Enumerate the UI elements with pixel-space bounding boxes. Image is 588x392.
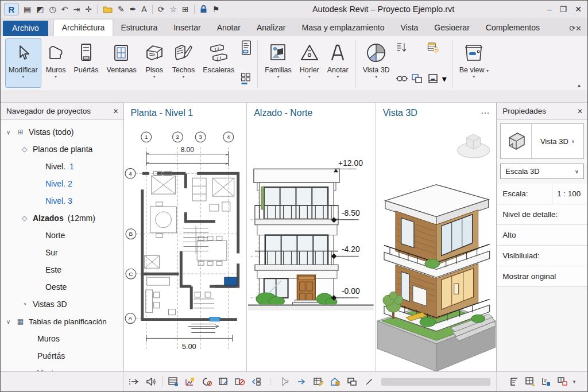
expander-icon[interactable]: ◇ — [20, 145, 29, 153]
collaboration-cloud-icon[interactable]: ⟳✕ — [564, 24, 586, 36]
property-row-escala[interactable]: Escala: 1 : 100 — [497, 184, 587, 204]
property-row-mostrar[interactable]: Mostrar original — [497, 266, 587, 287]
property-row-visibility[interactable]: Visibilulad: — [497, 246, 587, 266]
doors-button[interactable]: Puértás — [70, 38, 102, 88]
tab-anotar[interactable]: Anotar — [209, 20, 249, 36]
dropdown-caret[interactable]: ▾ — [573, 379, 576, 385]
sheet-icon[interactable] — [427, 73, 439, 84]
tree-item-ventanas[interactable]: Ventanas — [1, 364, 123, 371]
viewport-plan[interactable]: Planta - Nivel 1 1 2 3 — [124, 103, 247, 371]
table-add-icon[interactable] — [427, 42, 439, 53]
text-icon[interactable]: A — [141, 5, 146, 13]
flag-icon[interactable]: ⚑ — [212, 5, 220, 13]
editable-schedule-icon[interactable] — [313, 376, 324, 387]
redo-icon[interactable]: ⇥ — [73, 5, 80, 13]
tab-gestionar[interactable]: Gesioerar — [426, 20, 477, 36]
status-progress-field[interactable] — [381, 378, 490, 386]
tree-item-nivel-1[interactable]: Nivel. 1 — [1, 158, 123, 175]
stairs-button[interactable]: Escaleras — [199, 38, 238, 88]
tree-item-nivel-2[interactable]: Nivel. 2 — [1, 175, 123, 192]
view-options-icon[interactable]: ⋯ — [481, 108, 489, 115]
tab-estructura[interactable]: Estructura — [113, 20, 165, 36]
tab-arquitectura[interactable]: Architéctura — [54, 20, 113, 36]
schedule-icon[interactable] — [168, 376, 179, 387]
section-head-icon[interactable] — [396, 73, 408, 84]
viewport-elevation[interactable]: Alzado - Norte — [247, 103, 376, 371]
tab-analizar[interactable]: Analizar — [249, 20, 294, 36]
grid-components-icon[interactable] — [241, 73, 252, 84]
viewport-3d[interactable]: Vista 3D ⋯ — [376, 103, 497, 371]
layout-icon[interactable]: ⊞ — [182, 5, 189, 13]
select-box-icon[interactable]: ◩ — [36, 5, 44, 13]
floors-button[interactable]: Pisos ▾ — [141, 38, 168, 88]
linked-schedule-icon[interactable] — [241, 42, 252, 53]
property-row-alto[interactable]: Alto — [497, 225, 587, 246]
chart-icon[interactable] — [184, 376, 196, 387]
hide-crop-icon[interactable] — [234, 376, 246, 387]
sync-icon[interactable]: ⟳ — [158, 5, 165, 13]
chevron-down-icon[interactable]: ∨ — [6, 319, 12, 325]
favorites-star-icon[interactable]: ☆ — [169, 5, 177, 13]
window-export-icon[interactable] — [525, 376, 536, 387]
tree-item-tablas[interactable]: ∨ ▦ Tablas de planificación — [1, 313, 123, 330]
undo-icon[interactable]: ↶ — [61, 5, 68, 13]
pencil-icon[interactable]: ✎ — [118, 5, 125, 13]
sound-icon[interactable] — [145, 376, 157, 387]
elevation-drawing[interactable]: +12.00 -8.50 -4.20 -0.00 — [247, 119, 376, 371]
document-icon[interactable]: ▤ — [24, 5, 31, 13]
sun-path-icon[interactable] — [201, 376, 212, 387]
pen-icon[interactable]: ✒ — [130, 5, 137, 13]
design-options-icon[interactable] — [346, 376, 358, 387]
app-logo[interactable]: R — [4, 3, 19, 15]
tree-item-muros[interactable]: Muros — [1, 330, 123, 347]
modify-button[interactable]: Modificar ▾ — [5, 38, 41, 88]
tab-insertar[interactable]: Insertar — [165, 20, 208, 36]
tree-item-vistas-todo[interactable]: ∨ ⊞ Vistas (todo) — [1, 123, 123, 141]
worksets-icon[interactable] — [330, 376, 341, 387]
list-edit-icon[interactable] — [541, 376, 552, 387]
expander-icon[interactable]: ◇ — [20, 214, 29, 222]
tree-item-este[interactable]: Este — [1, 261, 123, 278]
windows-button[interactable]: Ventanas — [103, 38, 140, 88]
tab-masa-emplazamiento[interactable]: Masa y emplazamiento — [294, 20, 393, 36]
folder-icon[interactable] — [103, 5, 113, 13]
view-cube[interactable] — [457, 134, 489, 158]
reveal-hidden-icon[interactable] — [251, 376, 262, 387]
three-d-drawing[interactable] — [376, 119, 497, 371]
tree-item-sur[interactable]: Sur — [1, 244, 123, 261]
tree-item-norte[interactable]: Norte — [1, 227, 123, 244]
schedule-table-icon[interactable] — [509, 376, 520, 387]
tree-item-nivel-3[interactable]: Nivel. 3 — [1, 192, 123, 209]
roofs-button[interactable]: Techos ▾ — [169, 38, 199, 88]
horler-button[interactable]: Horler ▾ — [296, 38, 323, 88]
tab-archivo[interactable]: Archivo — [3, 21, 48, 36]
ribbon-collapse-icon[interactable]: ▲ — [577, 83, 585, 91]
close-button[interactable]: ✕ — [575, 5, 582, 14]
detach-icon[interactable] — [129, 376, 140, 387]
property-value[interactable]: 1 : 100 — [552, 184, 587, 204]
recent-clock-icon[interactable]: ◷ — [49, 5, 56, 13]
type-selector[interactable]: Vista 3D ∨ — [500, 123, 584, 159]
annotate-button[interactable]: Anotar ▾ — [324, 38, 352, 88]
families-button[interactable]: Familias ▾ — [261, 38, 295, 88]
select-arrow-icon[interactable] — [296, 376, 308, 387]
view-3d-button[interactable]: Vista 3D ▾ — [359, 38, 393, 88]
filter-icon[interactable] — [280, 376, 291, 387]
property-row-detail[interactable]: Nivel de detalle: — [497, 204, 587, 225]
maximize-button[interactable]: ❐ — [560, 5, 567, 14]
swap-views-icon[interactable] — [411, 73, 423, 84]
layout-tiles-icon[interactable] — [557, 376, 568, 387]
be-view-button[interactable]: Be view ▾ ▾ — [456, 38, 492, 88]
tab-vista[interactable]: Vista — [392, 20, 426, 36]
tree-item-planos-de-planta[interactable]: ◇ Planos de planta — [1, 141, 123, 158]
lock-icon[interactable] — [200, 5, 207, 13]
tab-complementos[interactable]: Complementos — [478, 20, 548, 36]
chevron-down-icon[interactable]: ∨ — [6, 129, 12, 135]
sort-list-icon[interactable] — [396, 42, 408, 53]
plan-door-tag[interactable] — [210, 317, 220, 321]
crop-region-icon[interactable] — [218, 376, 229, 387]
tree-item-alzados[interactable]: ◇ Alzados (12mm) — [1, 209, 123, 227]
chevron-down-icon[interactable]: ∨ — [571, 138, 575, 144]
tree-item-puertas[interactable]: Puértás — [1, 347, 123, 364]
close-icon[interactable]: ✕ — [113, 107, 119, 115]
